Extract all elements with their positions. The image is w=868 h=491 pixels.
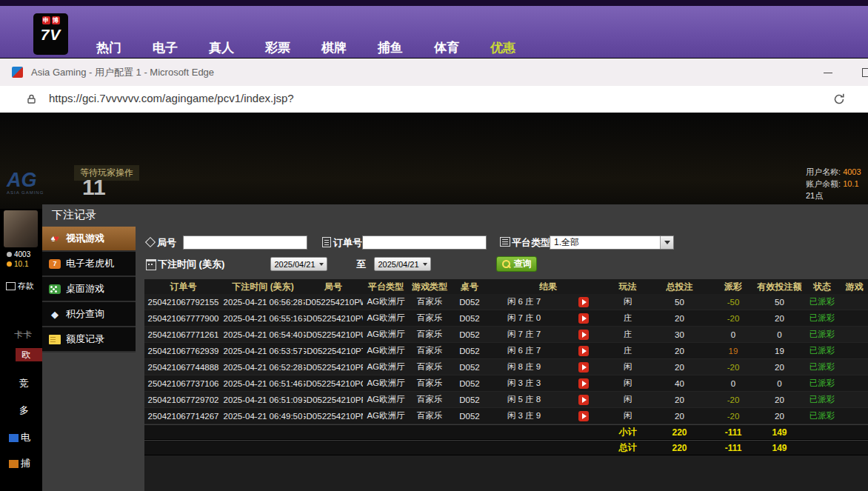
order-input[interactable] <box>362 236 487 250</box>
sidebar-item[interactable]: 额度记录 <box>42 327 136 353</box>
browser-url-bar: https://gci.7vvvvvv.com/agingame/pcv1/in… <box>0 86 868 113</box>
sidebar-item[interactable]: ◆积分查询 <box>42 302 136 327</box>
cell-table_no: D052 <box>450 330 489 339</box>
cell-order: 250421067729702 <box>144 395 222 404</box>
gem-icon: ◆ <box>49 308 61 320</box>
date-from-picker[interactable]: 2025/04/21 <box>270 257 327 271</box>
cell-game_type: 百家乐 <box>409 296 450 307</box>
cell-status: 已派彩 <box>804 296 841 307</box>
cell-platform: AG欧洲厅 <box>363 378 409 389</box>
column-header: 订单号 <box>144 281 222 293</box>
cell-payout: -20 <box>711 412 755 421</box>
nav-item[interactable]: 体育 <box>434 39 459 56</box>
play-icon[interactable] <box>578 297 589 307</box>
cell-table_no: D052 <box>450 363 489 372</box>
rail-hall-tab[interactable]: 欧 <box>16 348 42 361</box>
refresh-icon[interactable] <box>832 93 846 109</box>
sidebar-item[interactable]: 7电子老虎机 <box>42 252 136 277</box>
user-name-line: 用户名称: 4003 <box>806 166 868 178</box>
cell-payout: -20 <box>711 395 755 404</box>
cell-bet: 20 <box>648 363 711 372</box>
cell-payout: 19 <box>711 347 755 355</box>
nav-item[interactable]: 电子 <box>153 39 178 56</box>
window-title: Asia Gaming - 用户配置 1 - Microsoft Edge <box>31 66 214 79</box>
cell-play: 庄 <box>607 345 648 356</box>
date-to-picker[interactable]: 2025/04/21 <box>374 257 431 271</box>
url-text[interactable]: https://gci.7vvvvvv.com/agingame/pcv1/in… <box>49 92 294 104</box>
cell-order: 250421067737106 <box>144 379 222 388</box>
play-icon[interactable] <box>578 346 589 356</box>
play-icon[interactable] <box>578 378 589 389</box>
cell-play_icon <box>559 330 607 340</box>
minimize-button[interactable] <box>819 64 837 81</box>
cell-play_icon <box>559 362 607 373</box>
nav-item[interactable]: 热门 <box>96 39 121 56</box>
sidebar-item-label: 额度记录 <box>66 333 104 346</box>
round-input[interactable] <box>183 236 307 250</box>
rail-menu-bu[interactable]: 捕 <box>9 457 30 470</box>
table-row: 2504210677142672025-04-21 06:49:50GD0522… <box>144 408 868 424</box>
cell-round: GD052254210PW <box>304 298 363 307</box>
cell-valid: 50 <box>755 298 804 307</box>
cell-status: 已派彩 <box>804 394 841 405</box>
site-logo[interactable]: 申 博 7V <box>33 13 68 55</box>
cell-play: 闲 <box>607 378 648 389</box>
balance-value: 10.1 <box>843 179 858 188</box>
avatar[interactable] <box>4 210 38 247</box>
play-icon[interactable] <box>578 313 589 324</box>
play-icon[interactable] <box>578 411 589 421</box>
user-info: 用户名称: 4003 账户余额: 10.1 21点 <box>806 166 868 201</box>
play-icon[interactable] <box>578 362 589 373</box>
sidebar-item[interactable]: 桌面游戏 <box>42 277 136 302</box>
cell-valid: 20 <box>755 395 804 404</box>
lock-icon[interactable] <box>27 93 36 107</box>
cell-valid: 19 <box>755 347 804 355</box>
rail-deposit-button[interactable]: 存款 <box>6 281 34 292</box>
platform-select[interactable]: 1.全部 <box>550 236 674 250</box>
nav-item[interactable]: 棋牌 <box>321 39 347 56</box>
nav-item[interactable]: 彩票 <box>265 39 290 56</box>
site-nav: 申 博 7V 热门电子真人彩票棋牌捕鱼体育优惠 <box>0 6 868 58</box>
cell-time: 2025-04-21 06:55:16 <box>222 314 304 323</box>
cell-bet: 20 <box>648 412 711 421</box>
nav-item[interactable]: 真人 <box>209 39 234 56</box>
column-header: 派彩 <box>711 281 755 293</box>
sidebar-item-label: 积分查询 <box>66 307 104 321</box>
cell-round: GD052254210PN <box>304 412 363 421</box>
slot-icon: 7 <box>49 259 61 269</box>
play-icon[interactable] <box>578 330 589 340</box>
ledger-icon <box>49 335 61 344</box>
rail-menu-jing[interactable]: 竞 <box>19 377 29 390</box>
rail-menu-dian[interactable]: 电 <box>9 431 30 444</box>
total-label: 总计 <box>607 441 648 454</box>
cell-payout: 0 <box>711 379 755 388</box>
logo-badges: 申 博 <box>42 16 60 24</box>
left-rail: 4003 10.1 存款 卡卡 欧 竞 多 电 捕 <box>0 204 42 491</box>
column-header: 下注时间 (美东) <box>222 281 304 293</box>
column-header: 游戏类型 <box>409 281 450 293</box>
nav-item[interactable]: 优惠 <box>490 39 515 56</box>
cell-result: 闲 8 庄 9 <box>489 361 559 373</box>
nav-item[interactable]: 捕鱼 <box>378 39 403 56</box>
cell-play_icon <box>559 346 607 356</box>
cell-play: 庄 <box>607 329 648 340</box>
column-header: 结果 <box>489 281 607 293</box>
sidebar-item[interactable]: ♠♥视讯游戏 <box>42 227 136 252</box>
countdown-timer: 11 <box>82 175 106 200</box>
cell-play: 庄 <box>607 313 648 324</box>
cell-result: 闲 6 庄 7 <box>489 296 559 307</box>
rail-menu-duo[interactable]: 多 <box>19 404 29 417</box>
cell-platform: AG欧洲厅 <box>363 345 409 356</box>
sidebar-item-label: 电子老虎机 <box>66 257 114 270</box>
table-header: 订单号下注时间 (美东)局号平台类型游戏类型桌号结果玩法总投注派彩有效投注额状态… <box>144 279 868 294</box>
user-icon <box>7 252 12 257</box>
cell-result: 闲 3 庄 3 <box>489 378 559 389</box>
browser-title-bar: Asia Gaming - 用户配置 1 - Microsoft Edge <box>0 59 868 86</box>
search-button[interactable]: 查询 <box>496 256 537 272</box>
maximize-button[interactable] <box>862 68 868 77</box>
cell-bet: 40 <box>648 379 711 388</box>
cell-play_icon <box>559 313 607 324</box>
cell-valid: 20 <box>755 363 804 372</box>
date-dropdown-arrow <box>423 263 427 266</box>
play-icon[interactable] <box>578 395 589 405</box>
